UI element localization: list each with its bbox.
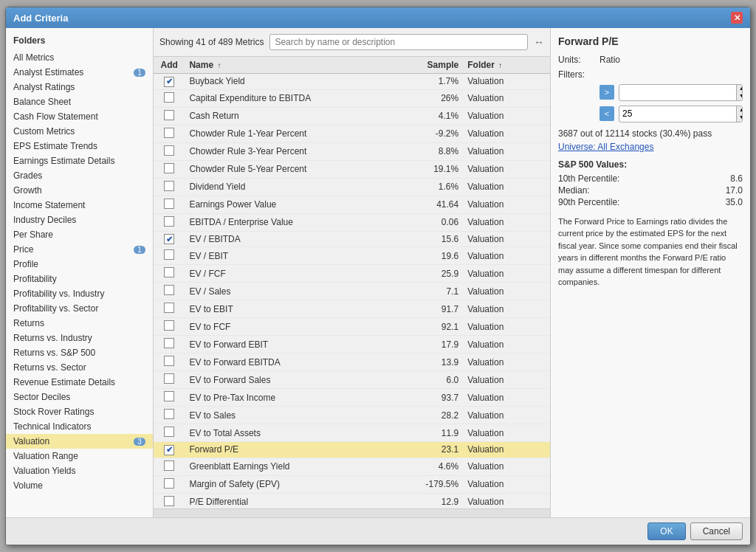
add-cell[interactable] <box>154 142 185 160</box>
table-row[interactable]: EV to Forward Sales6.0Valuation <box>154 371 550 389</box>
filter-gt-arrow[interactable]: > <box>599 85 614 100</box>
row-checkbox[interactable] <box>164 181 174 191</box>
row-checkbox[interactable] <box>164 92 174 103</box>
table-row[interactable]: EBITDA / Enterprise Value0.06Valuation <box>154 213 550 231</box>
col-folder[interactable]: Folder ↑ <box>463 57 550 74</box>
row-checkbox[interactable] <box>164 249 174 260</box>
sidebar-item-profitability[interactable]: Profitability <box>6 272 153 286</box>
add-cell[interactable] <box>154 125 185 142</box>
row-checkbox[interactable] <box>164 478 174 489</box>
table-row[interactable]: EV / FCF25.9Valuation <box>154 265 550 283</box>
add-cell[interactable] <box>154 107 185 125</box>
add-cell[interactable] <box>154 196 185 213</box>
sidebar-item-eps-estimate-trends[interactable]: EPS Estimate Trends <box>6 139 153 153</box>
row-checkbox[interactable]: ✔ <box>164 77 174 87</box>
sidebar-item-technical-indicators[interactable]: Technical Indicators <box>6 419 153 434</box>
row-checkbox[interactable] <box>164 320 174 331</box>
filter-lt-arrow[interactable]: < <box>599 106 614 121</box>
row-checkbox[interactable] <box>164 356 174 366</box>
add-cell[interactable] <box>154 493 185 508</box>
add-cell[interactable] <box>154 89 185 107</box>
sidebar-item-returns[interactable]: Returns <box>6 316 153 331</box>
table-row[interactable]: EV / EBIT19.6Valuation <box>154 247 550 265</box>
filter-gt-down[interactable]: ▼ <box>737 92 743 100</box>
add-cell[interactable] <box>154 407 185 424</box>
sidebar-item-valuation[interactable]: Valuation3 <box>6 434 153 449</box>
add-cell[interactable] <box>154 318 185 336</box>
table-row[interactable]: EV to Sales28.2Valuation <box>154 407 550 424</box>
table-row[interactable]: EV to EBIT91.7Valuation <box>154 300 550 318</box>
table-row[interactable]: Dividend Yield1.6%Valuation <box>154 178 550 196</box>
table-row[interactable]: ✔Forward P/E23.1Valuation <box>154 442 550 458</box>
sidebar-item-custom-metrics[interactable]: Custom Metrics <box>6 124 153 139</box>
add-cell[interactable] <box>154 265 185 283</box>
sidebar-item-profitability-vs-industry[interactable]: Profitability vs. Industry <box>6 286 153 301</box>
row-checkbox[interactable] <box>164 128 174 138</box>
table-row[interactable]: EV to Total Assets11.9Valuation <box>154 424 550 442</box>
row-checkbox[interactable] <box>164 373 174 384</box>
filter-lt-up[interactable]: ▲ <box>737 106 743 114</box>
sidebar-item-valuation-yields[interactable]: Valuation Yields <box>6 463 153 478</box>
add-cell[interactable]: ✔ <box>154 442 185 458</box>
filter-lt-input[interactable] <box>619 107 736 120</box>
sidebar-item-income-statement[interactable]: Income Statement <box>6 198 153 213</box>
row-checkbox[interactable] <box>164 409 174 419</box>
table-row[interactable]: Margin of Safety (EPV)-179.5%Valuation <box>154 475 550 493</box>
row-checkbox[interactable] <box>164 391 174 401</box>
sidebar-item-analyst-ratings[interactable]: Analyst Ratings <box>6 80 153 94</box>
table-row[interactable]: Cash Return4.1%Valuation <box>154 107 550 125</box>
sidebar-item-price[interactable]: Price1 <box>6 242 153 257</box>
sidebar-item-earnings-estimate-details[interactable]: Earnings Estimate Details <box>6 153 153 168</box>
add-cell[interactable] <box>154 300 185 318</box>
add-cell[interactable] <box>154 283 185 300</box>
add-cell[interactable] <box>154 475 185 493</box>
sidebar-item-returns-vs-sector[interactable]: Returns vs. Sector <box>6 360 153 375</box>
table-row[interactable]: ✔EV / EBITDA15.6Valuation <box>154 231 550 247</box>
table-row[interactable]: EV to FCF92.1Valuation <box>154 318 550 336</box>
sidebar-item-grades[interactable]: Grades <box>6 168 153 183</box>
row-checkbox[interactable] <box>164 216 174 227</box>
add-cell[interactable] <box>154 371 185 389</box>
row-checkbox[interactable] <box>164 145 174 156</box>
table-row[interactable]: Chowder Rule 1-Year Percent-9.2%Valuatio… <box>154 125 550 142</box>
sidebar-item-returns-vs-sp-500[interactable]: Returns vs. S&P 500 <box>6 345 153 360</box>
sidebar-item-analyst-estimates[interactable]: Analyst Estimates1 <box>6 65 153 80</box>
filter-lt-down[interactable]: ▼ <box>737 114 743 121</box>
table-row[interactable]: EV / Sales7.1Valuation <box>154 283 550 300</box>
sidebar-item-cash-flow-statement[interactable]: Cash Flow Statement <box>6 109 153 124</box>
add-cell[interactable] <box>154 160 185 178</box>
sidebar-item-sector-deciles[interactable]: Sector Deciles <box>6 390 153 404</box>
table-row[interactable]: Greenblatt Earnings Yield4.6%Valuation <box>154 458 550 475</box>
add-cell[interactable] <box>154 213 185 231</box>
sidebar-item-profitability-vs-sector[interactable]: Profitability vs. Sector <box>6 301 153 316</box>
add-cell[interactable] <box>154 336 185 353</box>
sidebar-item-valuation-range[interactable]: Valuation Range <box>6 449 153 463</box>
sidebar-item-industry-deciles[interactable]: Industry Deciles <box>6 213 153 227</box>
sidebar-item-revenue-estimate-details[interactable]: Revenue Estimate Details <box>6 375 153 390</box>
row-checkbox[interactable] <box>164 427 174 437</box>
table-row[interactable]: EV to Forward EBIT17.9Valuation <box>154 336 550 353</box>
ok-button[interactable]: OK <box>647 522 685 540</box>
expand-icon[interactable]: ↔ <box>534 36 544 48</box>
sidebar-item-stock-rover-ratings[interactable]: Stock Rover Ratings <box>6 404 153 419</box>
table-row[interactable]: ✔Buyback Yield1.7%Valuation <box>154 74 550 90</box>
row-checkbox[interactable]: ✔ <box>164 234 174 244</box>
add-cell[interactable]: ✔ <box>154 231 185 247</box>
add-cell[interactable] <box>154 389 185 407</box>
table-row[interactable]: Capital Expenditure to EBITDA26%Valuatio… <box>154 89 550 107</box>
cancel-button[interactable]: Cancel <box>690 522 743 540</box>
row-checkbox[interactable]: ✔ <box>164 445 174 455</box>
row-checkbox[interactable] <box>164 338 174 348</box>
row-checkbox[interactable] <box>164 199 174 209</box>
add-cell[interactable]: ✔ <box>154 74 185 90</box>
table-row[interactable]: Chowder Rule 3-Year Percent8.8%Valuation <box>154 142 550 160</box>
row-checkbox[interactable] <box>164 460 174 471</box>
table-row[interactable]: EV to Pre-Tax Income93.7Valuation <box>154 389 550 407</box>
row-checkbox[interactable] <box>164 163 174 173</box>
table-row[interactable]: EV to Forward EBITDA13.9Valuation <box>154 353 550 371</box>
universe-link[interactable]: Universe: All Exchanges <box>558 142 743 152</box>
sidebar-item-profile[interactable]: Profile <box>6 257 153 272</box>
col-name[interactable]: Name ↑ <box>185 57 394 74</box>
add-cell[interactable] <box>154 458 185 475</box>
sidebar-item-returns-vs-industry[interactable]: Returns vs. Industry <box>6 331 153 345</box>
